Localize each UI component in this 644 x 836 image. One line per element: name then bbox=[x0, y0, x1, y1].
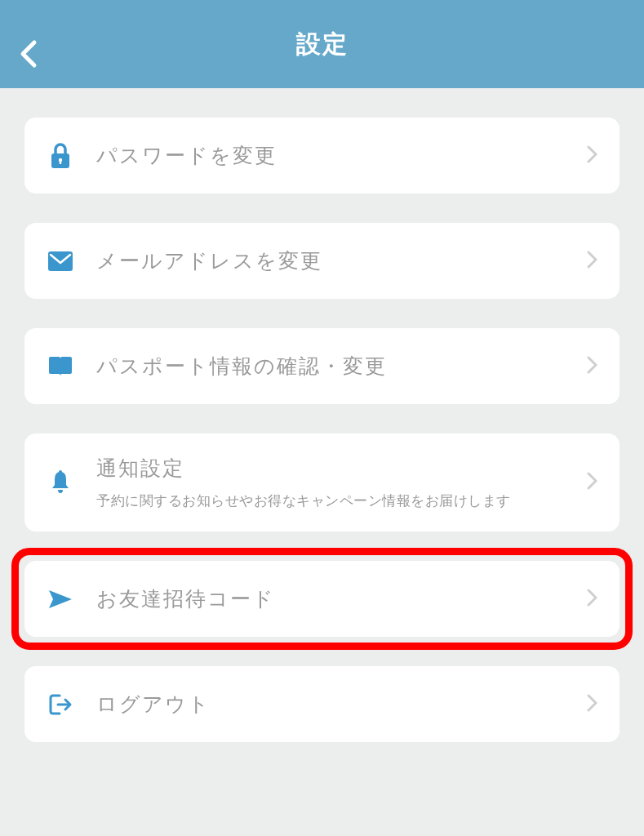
settings-item-label: メールアドレスを変更 bbox=[96, 247, 580, 274]
chevron-left-icon bbox=[18, 39, 38, 69]
settings-item-passport[interactable]: パスポート情報の確認・変更 bbox=[24, 328, 620, 404]
header: 設定 bbox=[0, 0, 644, 88]
settings-item-text: ログアウト bbox=[96, 691, 580, 718]
chevron-right-icon bbox=[587, 693, 598, 716]
settings-item-label: お友達招待コード bbox=[96, 585, 580, 612]
settings-item-password[interactable]: パスワードを変更 bbox=[24, 118, 620, 193]
settings-item-text: パスワードを変更 bbox=[96, 142, 580, 169]
lock-icon bbox=[46, 143, 75, 169]
book-icon bbox=[46, 356, 75, 377]
chevron-right-icon bbox=[587, 471, 598, 494]
chevron-right-icon bbox=[587, 145, 598, 167]
settings-item-label: 通知設定 bbox=[96, 455, 580, 482]
settings-item-logout[interactable]: ログアウト bbox=[24, 666, 620, 742]
settings-item-invite-code[interactable]: お友達招待コード bbox=[24, 561, 620, 637]
highlight-annotation: お友達招待コード bbox=[0, 548, 644, 650]
chevron-right-icon bbox=[587, 588, 598, 611]
page-title: 設定 bbox=[0, 28, 644, 61]
settings-item-text: パスポート情報の確認・変更 bbox=[96, 353, 580, 380]
svg-rect-3 bbox=[48, 251, 73, 271]
logout-icon bbox=[46, 692, 75, 717]
back-button[interactable] bbox=[18, 39, 38, 69]
settings-item-email[interactable]: メールアドレスを変更 bbox=[24, 223, 620, 299]
settings-item-text: メールアドレスを変更 bbox=[96, 247, 580, 274]
chevron-right-icon bbox=[587, 250, 598, 273]
svg-rect-2 bbox=[60, 160, 61, 164]
settings-item-text: お友達招待コード bbox=[96, 585, 580, 612]
settings-item-label: パスポート情報の確認・変更 bbox=[96, 353, 580, 380]
settings-list: パスワードを変更 メールアドレスを変更 bbox=[0, 88, 644, 742]
settings-item-label: ログアウト bbox=[96, 691, 580, 718]
settings-item-label: パスワードを変更 bbox=[96, 142, 580, 169]
settings-item-text: 通知設定 予約に関するお知らせやお得なキャンペーン情報をお届けします bbox=[96, 455, 580, 510]
mail-icon bbox=[46, 251, 75, 271]
svg-point-4 bbox=[59, 470, 62, 474]
settings-item-sublabel: 予約に関するお知らせやお得なキャンペーン情報をお届けします bbox=[96, 491, 580, 510]
bell-icon bbox=[46, 470, 75, 495]
settings-item-notifications[interactable]: 通知設定 予約に関するお知らせやお得なキャンペーン情報をお届けします bbox=[24, 434, 620, 531]
send-icon bbox=[46, 589, 75, 610]
chevron-right-icon bbox=[587, 355, 598, 378]
